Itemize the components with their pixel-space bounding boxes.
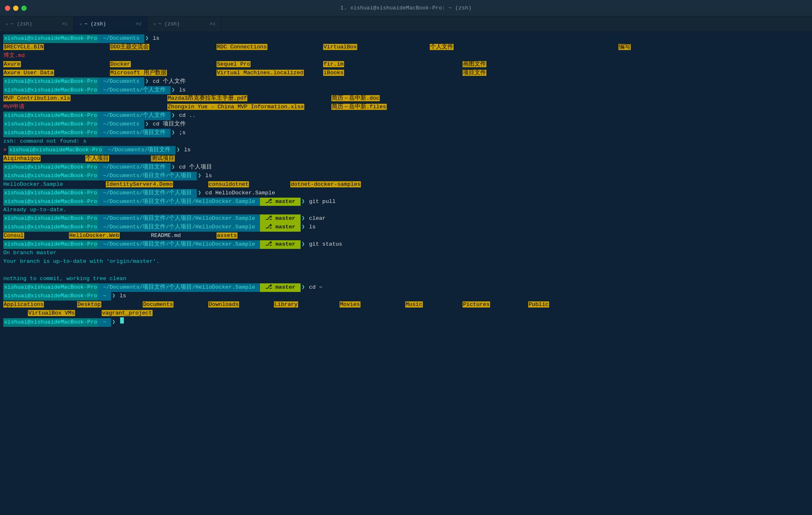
dir-consul: consuldotnet (208, 181, 249, 187)
dir-docker: Docker (110, 61, 131, 67)
prompt-path: ~/Documents/项目文件/个人项目/HelloDocker.Sample (98, 283, 260, 292)
ls-output-row4: Axure User Data Microsoft 用户数据 Virtual M… (3, 69, 809, 77)
terminal-line: xishuai@xishuaideMacBook-Pro ~/Documents… (3, 189, 809, 198)
dir-mvp: MVP Contribution.xls (3, 95, 71, 101)
git-status-line4: nothing to commit, working tree clean (3, 275, 126, 283)
tab-2[interactable]: ✕ ~ (zsh) ⌘2 (74, 16, 148, 32)
command-text: cd .. (179, 112, 196, 120)
minimize-button[interactable] (13, 5, 18, 11)
prompt-arrow: ❯ (144, 34, 153, 43)
prompt-user: xishuai@xishuaideMacBook-Pro (3, 86, 98, 95)
prompt-arrow: ❯ (197, 172, 205, 180)
dir-axure-user: Axure User Data (3, 70, 54, 76)
ls-output-home1: Applications Desktop Documents Downloads… (3, 301, 809, 309)
prompt-path: ~/Documents/项目文件 (98, 129, 171, 137)
tab-close-icon-2[interactable]: ✕ (80, 22, 82, 27)
dir-ibooks: iBooks (323, 70, 344, 76)
terminal-line: xishuai@xishuaideMacBook-Pro ~/Documents… (3, 198, 809, 206)
dir-rdc: RDC Connections (217, 44, 267, 50)
prompt-user: xishuai@xishuaideMacBook-Pro (3, 292, 98, 301)
prompt-user-final: xishuai@xishuaideMacBook-Pro (3, 318, 98, 327)
prompt-arrow: ❯ (176, 146, 184, 155)
git-branch: ⎇ master (260, 283, 301, 292)
file-hellodocker: HelloDocker.Sample (3, 181, 63, 187)
command-text: cd 个人文件 (153, 77, 185, 86)
git-pull-result: Already up-to-date. (3, 206, 66, 214)
dir-library: Library (274, 301, 298, 308)
prompt-path: ~/Documents/项目文件/个人项目/HelloDocker.Sample (98, 198, 260, 206)
prompt-arrow-final: ❯ (111, 318, 119, 327)
prompt-user: xishuai@xishuaideMacBook-Pro (3, 283, 98, 292)
command-text: ls (205, 172, 212, 180)
dir-zhongxin: Zhongxin Yue - China MVP Information.xls… (167, 104, 304, 110)
prompt-arrow: ❯ (301, 223, 309, 232)
prompt-arrow: ❯ (301, 214, 309, 223)
command-text: ls (179, 86, 186, 95)
git-branch: ⎇ master (260, 240, 301, 249)
tab-kbd-3: ⌘3 (210, 21, 215, 27)
tab-close-icon-3[interactable]: ✕ (153, 22, 156, 27)
prompt-arrow: ❯ (111, 292, 119, 301)
prompt-arrow: ❯ (171, 86, 179, 95)
tab-3[interactable]: ✕ ~ (zsh) ⌘3 (148, 16, 221, 32)
dir-applications: Applications (3, 301, 44, 308)
terminal-line: xishuai@xishuaideMacBook-Pro ~/Documents… (3, 86, 809, 95)
error-line: zsh: command not found: s (3, 137, 809, 146)
git-status-line3 (3, 266, 7, 275)
prompt-path: ~/Documents/项目文件 (103, 146, 176, 155)
prompt-path: ~/Documents/项目文件/个人项目/HelloDocker.Sample (98, 240, 260, 249)
prompt-path: ~/Documents (98, 34, 144, 43)
prompt-user: xishuai@xishuaideMacBook-Pro (3, 112, 98, 120)
command-text: cd ~ (309, 283, 322, 292)
prompt-arrow: ❯ (171, 129, 179, 137)
prompt-path: ~/Documents/项目文件 (98, 163, 171, 172)
git-branch: ⎇ master (260, 214, 301, 223)
tab-close-icon-1[interactable]: ✕ (6, 22, 8, 27)
tab-1[interactable]: ✕ ~ (zsh) ⌘1 (0, 16, 74, 32)
command-text: ls (119, 292, 126, 301)
prompt-arrow: ❯ (301, 240, 309, 249)
window-title: 1. xishuai@xishuaideMacBook-Pro: ~ (zsh) (340, 5, 472, 11)
dir-assets: assets (217, 232, 237, 239)
dir-music: Music (405, 301, 423, 308)
prompt-user: xishuai@xishuaideMacBook-Pro (3, 77, 98, 86)
close-button[interactable] (5, 5, 10, 11)
terminal-line: xishuai@xishuaideMacBook-Pro ~/Documents… (3, 120, 809, 129)
terminal-output: xishuai@xishuaideMacBook-Pro ~/Documents… (0, 32, 812, 330)
dir-dotnet-docker: dotnet-docker-samples (290, 181, 361, 187)
git-status-output1: On branch master (3, 249, 809, 258)
prompt-path: ~/Documents/项目文件/个人项目/HelloDocker.Sample (98, 214, 260, 223)
dir-xiangmu: 项目文件 (463, 70, 486, 76)
prompt-user: xishuai@xishuaideMacBook-Pro (3, 198, 98, 206)
prompt-arrow: ❯ (144, 77, 153, 86)
dir-vms: Virtual Machines.localized (217, 70, 304, 76)
prompt-arrow: ❯ (144, 120, 153, 129)
dir-bianjie: 编写 (618, 44, 631, 50)
tabbar: ✕ ~ (zsh) ⌘1 ✕ ~ (zsh) ⌘2 ✕ ~ (zsh) ⌘3 (0, 16, 812, 32)
prompt-path: ~ (98, 292, 111, 301)
command-text: cd 个人项目 (179, 163, 212, 172)
prompt-user: xishuai@xishuaideMacBook-Pro (3, 172, 98, 180)
command-text: git status (309, 240, 342, 249)
dir-public: Public (528, 301, 549, 308)
prompt-path: ~/Documents/个人文件 (98, 112, 171, 120)
prompt-arrow: ❯ (301, 198, 309, 206)
dir-recycle: $RECYCLE.BIN (3, 44, 44, 50)
dir-virtualbox: VirtualBox (323, 44, 357, 50)
maximize-button[interactable] (21, 5, 27, 11)
prompt-user: xishuai@xishuaideMacBook-Pro (3, 214, 98, 223)
git-status-output3 (3, 266, 809, 275)
ls-output-hellodocker: Consul HelloDocker.Web README.md assets (3, 232, 809, 240)
error-text: zsh: command not found: s (3, 137, 87, 146)
prompt-path: ~/Documents/项目文件/个人项目 (98, 172, 197, 180)
tab-label-1: ~ (zsh) (11, 21, 32, 27)
command-text: ls (309, 223, 315, 232)
git-branch: ⎇ master (260, 198, 301, 206)
git-status-output2: Your branch is up-to-date with 'origin/m… (3, 258, 809, 266)
command-text: cd HelloDocker.Sample (205, 189, 275, 198)
file-bowen: 博文.md (3, 52, 25, 59)
dir-huatu: 画图文件 (463, 61, 486, 67)
terminal-line: xishuai@xishuaideMacBook-Pro ~/Documents… (3, 172, 809, 180)
prompt-user: xishuai@xishuaideMacBook-Pro (3, 189, 98, 198)
command-text: cd 项目文件 (153, 120, 185, 129)
